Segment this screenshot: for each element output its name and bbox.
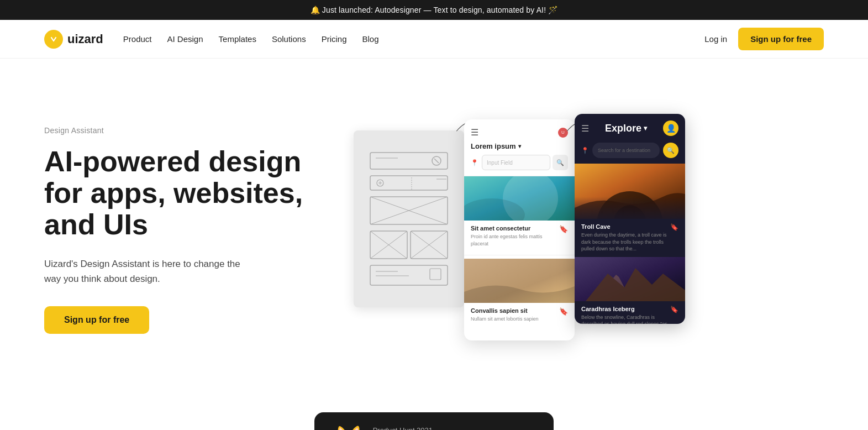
hero-right: ☰ U Lorem ipsum ▾ 📍 Input Field 🔍	[343, 114, 824, 346]
dark-card-content-1: Troll Cave Even during the daytime, a tr…	[575, 219, 685, 257]
mountain-image	[575, 257, 685, 301]
light-item2-title: Convallis sapien sit	[471, 307, 539, 314]
bookmark-icon-2[interactable]: 🔖	[559, 307, 568, 316]
dark-search-icon: 🔍	[667, 147, 675, 154]
dark-card-content-2: Caradhras Iceberg Below the snowline, Ca…	[575, 301, 685, 324]
hero-title: AI-powered design for apps, websites, an…	[44, 146, 320, 241]
light-item1-sub: Proin id ante egestas felis mattis place…	[471, 233, 559, 247]
award-text: Product Hunt 2021 Best AI Product of the…	[373, 426, 534, 430]
logo-link[interactable]: uizard	[44, 30, 103, 49]
login-button[interactable]: Log in	[704, 34, 727, 44]
hamburger-icon: ☰	[471, 127, 478, 138]
dark-avatar-emoji: 👤	[666, 124, 676, 133]
dark-avatar: 👤	[663, 120, 678, 136]
light-card-title: Lorem ipsum ▾	[471, 142, 568, 150]
dark-search: 📍 Search for a destination 🔍	[575, 143, 685, 158]
logo-text: uizard	[67, 32, 103, 46]
announcement-banner: 🔔 Just launched: Autodesigner — Text to …	[0, 0, 868, 20]
light-card-content-1: Sit amet consectetur Proin id ante egest…	[464, 221, 575, 251]
award-year: Product Hunt 2021	[373, 426, 534, 430]
light-item2-sub: Nullam sit amet lobortis sapien	[471, 316, 539, 323]
light-search-field[interactable]: Input Field	[482, 155, 550, 170]
dropdown-icon: ▾	[518, 143, 521, 149]
nav-product[interactable]: Product	[123, 34, 152, 44]
sketch-svg	[365, 147, 453, 291]
dark-image-overlay	[575, 197, 685, 219]
sand-image	[464, 259, 575, 303]
svg-rect-23	[430, 269, 441, 280]
dark-app-card: ☰ Explore ▾ 👤 📍 Search for a destination…	[575, 114, 685, 324]
hero-section: Design Assistant AI-powered design for a…	[0, 59, 868, 390]
navbar: uizard Product AI Design Templates Solut…	[0, 20, 868, 59]
dark-card-title: Explore ▾	[605, 123, 647, 134]
dark-bookmark-icon-2[interactable]: 🔖	[670, 306, 678, 313]
logo-svg	[48, 34, 59, 45]
location-pin-icon: 📍	[471, 159, 478, 166]
dark-item2-title: Caradhras Iceberg	[581, 306, 670, 312]
light-card-content-2: Convallis sapien sit Nullam sit amet lob…	[464, 303, 575, 327]
dark-hamburger-icon: ☰	[581, 123, 589, 134]
dark-search-field[interactable]: Search for a destination	[592, 143, 660, 158]
light-item1-title: Sit amet consectetur	[471, 225, 559, 232]
svg-line-4	[434, 159, 439, 163]
logo-icon	[44, 30, 63, 49]
nav-templates[interactable]: Templates	[219, 34, 256, 44]
hero-cta-button[interactable]: Sign up for free	[44, 306, 149, 334]
dark-dropdown-icon: ▾	[644, 124, 647, 132]
award-card: 🐱 Product Hunt 2021 Best AI Product of t…	[314, 412, 554, 430]
signup-button-nav[interactable]: Sign up for free	[738, 28, 824, 50]
nav-ai-design[interactable]: AI Design	[167, 34, 203, 44]
award-cat-icon: 🐱	[334, 424, 363, 430]
dark-location-icon: 📍	[581, 147, 589, 154]
svg-point-0	[49, 34, 59, 44]
hero-subtitle: Design Assistant	[44, 126, 320, 135]
dark-search-button[interactable]: 🔍	[663, 143, 678, 158]
light-card-header: ☰ U Lorem ipsum ▾ 📍 Input Field 🔍	[464, 119, 575, 176]
nav-left: uizard Product AI Design Templates Solut…	[44, 30, 379, 49]
nav-blog[interactable]: Blog	[362, 34, 379, 44]
sketch-mockup-card	[354, 130, 464, 307]
dark-bookmark-icon-1[interactable]: 🔖	[670, 223, 678, 231]
light-card-image-1	[464, 176, 575, 221]
hero-description: Uizard's Design Assistant is here to cha…	[44, 256, 254, 286]
light-search: 📍 Input Field 🔍	[471, 155, 568, 170]
dark-item2-sub: Below the snowline, Caradhras is describ…	[581, 314, 670, 324]
light-search-icon-btn[interactable]: 🔍	[553, 155, 568, 170]
nav-links: Product AI Design Templates Solutions Pr…	[123, 34, 379, 44]
dark-card-image-2	[575, 257, 685, 301]
nav-solutions[interactable]: Solutions	[272, 34, 306, 44]
dark-card-image-1	[575, 164, 685, 219]
teal-image	[464, 176, 575, 221]
hero-left: Design Assistant AI-powered design for a…	[44, 126, 320, 334]
nav-right: Log in Sign up for free	[704, 28, 824, 50]
nav-pricing[interactable]: Pricing	[322, 34, 347, 44]
light-card-image-2	[464, 259, 575, 303]
dark-card-header: ☰ Explore ▾ 👤	[575, 114, 685, 143]
bookmark-icon-1[interactable]: 🔖	[559, 225, 568, 233]
light-app-card: ☰ U Lorem ipsum ▾ 📍 Input Field 🔍	[464, 119, 575, 340]
card-divider	[464, 255, 575, 255]
banner-text: 🔔 Just launched: Autodesigner — Text to …	[311, 6, 558, 14]
search-icon: 🔍	[556, 159, 564, 166]
dark-item1-sub: Even during the daytime, a troll cave is…	[581, 232, 670, 253]
award-section: 🐱 Product Hunt 2021 Best AI Product of t…	[0, 390, 868, 430]
dark-item1-title: Troll Cave	[581, 223, 670, 230]
